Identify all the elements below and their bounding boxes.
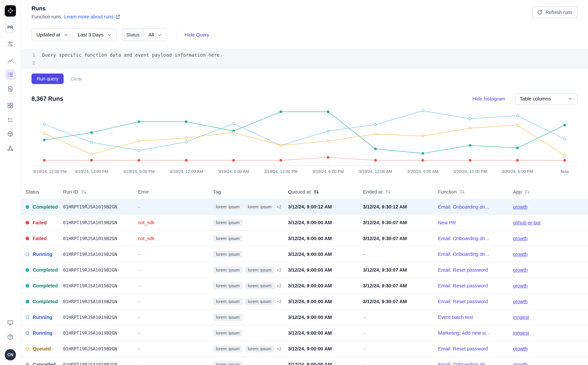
function-link[interactable]: Email: Onboarding dri... (438, 362, 489, 365)
app-link[interactable]: growth (513, 252, 528, 257)
data-point-failed[interactable] (43, 159, 45, 161)
data-point-running[interactable] (138, 149, 140, 152)
table-columns-dropdown[interactable]: Table columns (515, 93, 577, 105)
table-row[interactable]: Running01HRPT19RJSA1019B2GN–lorem: ipsum… (21, 309, 588, 325)
data-point-failed[interactable] (90, 159, 93, 161)
data-point-failed[interactable] (564, 159, 566, 161)
webhooks-icon[interactable] (5, 143, 16, 154)
table-row[interactable]: Failed01HRPT19RJSA1019B2GNnot_sdklorem: … (21, 231, 588, 246)
data-point-queued[interactable] (374, 133, 377, 135)
data-point-queued[interactable] (90, 153, 93, 155)
data-point-completed[interactable] (138, 120, 140, 123)
data-point-failed[interactable] (138, 159, 140, 161)
user-avatar[interactable]: CN (5, 349, 16, 360)
app-link[interactable]: growth (513, 204, 528, 210)
data-point-running[interactable] (232, 122, 235, 125)
function-link[interactable]: Event batch test (438, 315, 473, 320)
app-link[interactable]: Inngest (513, 315, 529, 320)
data-point-queued[interactable] (185, 137, 187, 139)
data-point-queued[interactable] (564, 154, 566, 156)
data-point-completed[interactable] (185, 120, 187, 123)
data-point-completed[interactable] (327, 111, 329, 113)
app-link[interactable]: growth (513, 236, 528, 241)
help-icon[interactable] (5, 332, 16, 342)
table-row[interactable]: Cancelled01HRPT19RJSA1019B2GN–lorem: ips… (21, 357, 588, 365)
data-point-completed[interactable] (564, 124, 566, 126)
data-point-completed[interactable] (280, 111, 282, 113)
data-point-running[interactable] (374, 123, 377, 126)
query-editor[interactable]: 1 Query specific function data and event… (21, 49, 588, 69)
function-link[interactable]: Email: Onboarding dri... (438, 252, 489, 257)
data-point-running[interactable] (422, 110, 424, 112)
table-row[interactable]: Completed01HRPT19RJSA1019B2GN–lorem: ips… (21, 278, 588, 294)
data-point-running[interactable] (516, 115, 519, 117)
data-point-failed[interactable] (469, 159, 471, 161)
data-point-completed[interactable] (469, 144, 471, 147)
inngest-logo[interactable] (5, 5, 16, 17)
function-link[interactable]: Email: Onboarding dri... (438, 236, 489, 241)
deploys-cube-icon[interactable] (5, 129, 16, 139)
data-point-completed[interactable] (516, 147, 519, 149)
app-link[interactable]: growth (513, 346, 528, 351)
function-link[interactable]: New PR (438, 220, 456, 225)
app-link[interactable]: growth (513, 299, 528, 304)
function-link[interactable]: Email: Reset password (438, 283, 488, 288)
data-point-queued[interactable] (232, 131, 235, 133)
function-link[interactable]: Email: Onboarding dri... (438, 204, 489, 210)
table-row[interactable]: Completed01HRPT19RJSA1019B2GN–lorem: ips… (21, 262, 588, 278)
data-point-queued[interactable] (327, 140, 329, 142)
data-point-failed[interactable] (185, 159, 187, 161)
status-filter-dropdown[interactable]: All (144, 29, 167, 41)
column-header-ended-at[interactable]: Ended at (363, 189, 438, 195)
data-point-running[interactable] (564, 138, 566, 140)
app-link[interactable]: growth (513, 362, 528, 365)
column-header-run-id[interactable]: Run ID (63, 189, 138, 195)
data-point-completed[interactable] (90, 131, 93, 133)
runs-list-icon[interactable] (5, 70, 16, 80)
app-link[interactable]: growth (513, 267, 528, 273)
event-search-icon[interactable] (5, 84, 16, 94)
data-point-failed[interactable] (422, 159, 424, 161)
data-point-failed[interactable] (374, 159, 377, 161)
learn-more-link[interactable]: Learn more about runs (64, 14, 120, 20)
data-point-running[interactable] (185, 141, 187, 143)
function-link[interactable]: Email: Reset password (438, 346, 488, 351)
run-query-button[interactable]: Run query (32, 74, 64, 84)
table-row[interactable]: Queued01HRPT19RJSA1019B2GN–lorem: ipsuml… (21, 341, 588, 357)
data-point-completed[interactable] (374, 148, 377, 150)
data-point-queued[interactable] (138, 140, 140, 142)
metrics-icon[interactable] (5, 55, 16, 66)
monitor-icon[interactable] (5, 318, 16, 328)
table-row[interactable]: Failed01HRPT19RJSA1019B2GNnot_sdklorem: … (21, 215, 588, 231)
data-point-queued[interactable] (516, 124, 519, 126)
column-header-app[interactable]: App (513, 189, 584, 195)
app-link[interactable]: github-pr-bot (513, 220, 541, 225)
functions-icon[interactable] (5, 114, 16, 125)
table-row[interactable]: Running01HRPT19RJSA1019B2GN–lorem: ipsum… (21, 325, 588, 341)
data-point-queued[interactable] (422, 135, 424, 137)
hide-histogram-link[interactable]: Hide histogram (472, 96, 505, 102)
data-point-running[interactable] (469, 118, 471, 120)
environment-badge[interactable]: PR (5, 22, 16, 33)
app-link[interactable]: Inngest (513, 330, 529, 336)
data-point-failed[interactable] (516, 159, 519, 161)
apps-grid-icon[interactable] (5, 100, 16, 111)
data-point-failed[interactable] (280, 159, 282, 161)
data-point-failed[interactable] (232, 159, 235, 161)
table-row[interactable]: Completed01HRPT19RJSA1019B2GN–lorem: ips… (21, 294, 588, 309)
refresh-runs-button[interactable]: Refresh runs (532, 7, 577, 18)
hide-query-link[interactable]: Hide Query (185, 32, 209, 38)
function-link[interactable]: Email: Reset password (438, 299, 488, 304)
app-link[interactable]: growth (513, 283, 528, 288)
data-point-running[interactable] (43, 123, 45, 125)
data-point-failed[interactable] (327, 156, 329, 158)
data-point-completed[interactable] (43, 139, 45, 141)
data-point-queued[interactable] (469, 127, 471, 129)
column-header-queued-at[interactable]: Queued at (288, 189, 363, 195)
data-point-queued[interactable] (43, 132, 45, 134)
data-point-completed[interactable] (422, 152, 424, 154)
data-point-running[interactable] (327, 130, 329, 132)
data-point-running[interactable] (90, 141, 93, 144)
data-point-queued[interactable] (280, 144, 282, 147)
function-link[interactable]: Marketing: Add new si... (438, 330, 490, 336)
